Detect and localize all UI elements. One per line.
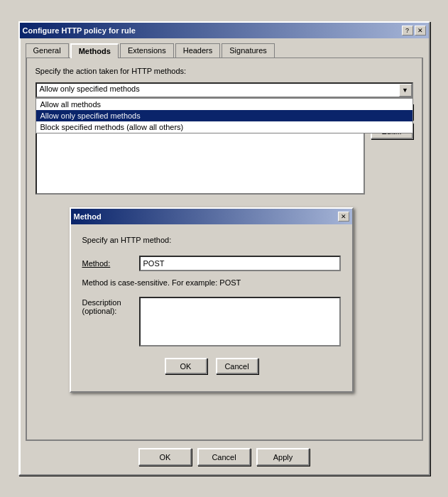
method-hint: Method is case-sensitive. For example: P…	[82, 278, 341, 287]
method-dropdown-wrapper: Allow only specified methods ▼ Allow all…	[35, 82, 413, 98]
sub-dialog-ok-button[interactable]: OK	[165, 358, 207, 374]
tab-content: Specify the action taken for HTTP method…	[26, 58, 423, 441]
method-field-row: Method:	[82, 256, 341, 271]
sub-dialog-content: Specify an HTTP method: Method: Method i…	[71, 224, 352, 391]
help-button[interactable]: ?	[402, 26, 413, 36]
dropdown-option-3[interactable]: Block specified methods (allow all other…	[36, 121, 413, 133]
sub-dialog: Method ✕ Specify an HTTP method: Method:…	[70, 207, 354, 393]
sub-dialog-title-bar: Method ✕	[71, 209, 352, 224]
sub-dialog-controls: ✕	[338, 212, 349, 222]
tab-description: Specify the action taken for HTTP method…	[35, 67, 413, 75]
method-label: Method:	[82, 259, 139, 268]
desc-row: Description(optional):	[82, 297, 341, 346]
method-input[interactable]	[139, 256, 341, 271]
tab-headers[interactable]: Headers	[175, 43, 221, 58]
dropdown-list: Allow all methods Allow only specified m…	[35, 98, 413, 133]
tab-general[interactable]: General	[26, 43, 69, 58]
cancel-button[interactable]: Cancel	[197, 448, 251, 466]
title-bar: Configure HTTP policy for rule ? ✕	[20, 23, 429, 38]
sub-dialog-cancel-button[interactable]: Cancel	[216, 358, 258, 374]
sub-dialog-close-button[interactable]: ✕	[338, 212, 349, 222]
close-button[interactable]: ✕	[415, 26, 426, 36]
sub-dialog-buttons: OK Cancel	[82, 358, 341, 380]
tab-methods[interactable]: Methods	[70, 43, 119, 58]
dropdown-option-2[interactable]: Allow only specified methods	[36, 110, 413, 121]
tab-extensions[interactable]: Extensions	[120, 43, 174, 58]
dropdown-option-1[interactable]: Allow all methods	[36, 99, 413, 110]
tab-bar: General Methods Extensions Headers Signa…	[20, 38, 429, 58]
main-dialog: Configure HTTP policy for rule ? ✕ Gener…	[18, 21, 430, 476]
method-dropdown[interactable]: Allow only specified methods	[35, 82, 413, 98]
desc-textarea[interactable]	[139, 297, 341, 346]
desc-label: Description(optional):	[82, 297, 139, 315]
bottom-buttons: OK Cancel Apply	[20, 441, 429, 474]
dialog-title: Configure HTTP policy for rule	[23, 26, 136, 35]
apply-button[interactable]: Apply	[256, 448, 310, 466]
title-bar-controls: ? ✕	[402, 26, 426, 36]
sub-dialog-subtitle: Specify an HTTP method:	[82, 236, 341, 244]
sub-dialog-title: Method	[74, 212, 102, 221]
tab-signatures[interactable]: Signatures	[222, 43, 275, 58]
ok-button[interactable]: OK	[138, 448, 192, 466]
